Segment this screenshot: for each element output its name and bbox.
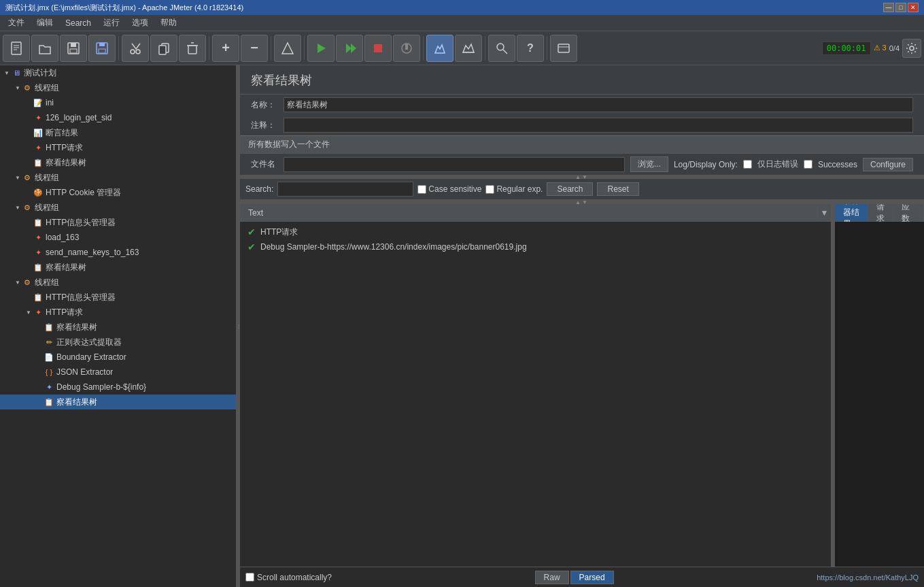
tree-item-header1[interactable]: 📋 HTTP信息头管理器 [0,215,236,230]
tab-sampler-result[interactable]: 取样器结果 [835,204,868,221]
file-input[interactable] [284,157,625,172]
tree-item-view4[interactable]: 📋 察看结果树 [0,395,236,409]
svg-rect-0 [12,42,21,54]
log-display-label: Log/Display Only: [674,160,738,169]
detail-content [835,222,924,567]
tree-item-load163[interactable]: ✦ load_163 [0,230,236,245]
tab-response-data[interactable]: 响应数据 [893,204,924,221]
tree-item-debugsampler[interactable]: ✦ Debug Sampler-b-${info} [0,380,236,395]
scroll-auto-section: Scroll automatically? [245,573,332,582]
menu-search[interactable]: Search [60,17,97,29]
threadgroup1-icon: ⚙ [22,82,33,93]
raw-tab-button[interactable]: Raw [535,571,569,584]
svg-marker-18 [318,44,326,53]
tree-item-regex[interactable]: ✏ 正则表达式提取器 [0,335,236,350]
reset-button[interactable]: Reset [597,182,638,196]
sendname-icon: ✦ [33,247,44,258]
stop-button[interactable] [364,35,392,62]
tree-item-sendname[interactable]: ✦ send_name_keys_to_163 [0,245,236,260]
maximize-button[interactable]: □ [895,3,906,12]
shutdown-button[interactable] [393,35,420,62]
search-toolbar-button[interactable] [488,35,515,62]
toolbar-separator-5 [423,36,424,60]
successes-checkbox[interactable] [804,160,812,169]
text-header: Text ▼ [240,204,831,222]
add-button[interactable]: + [212,35,239,62]
threadgroup3-icon: ⚙ [22,202,33,213]
tree-item-view1[interactable]: 📋 察看结果树 [0,155,236,170]
remote-start-button[interactable] [550,35,577,62]
parsed-tab-button[interactable]: Parsed [570,571,614,584]
remove-button[interactable]: − [241,35,268,62]
errors-only-label: 仅日志错误 [757,158,798,170]
tree-item-ini[interactable]: 📝 ini [0,95,236,110]
start-no-pauses-button[interactable] [336,35,363,62]
errors-only-checkbox[interactable] [743,160,752,169]
configure-button[interactable]: Configure [863,158,913,171]
scroll-auto-label: Scroll automatically? [257,573,332,582]
text-header-dropdown[interactable]: ▼ [817,204,831,222]
tree-item-httpreq4[interactable]: ▼ ✦ HTTP请求 [0,305,236,320]
tab-request[interactable]: 请求 [868,204,893,221]
save-button[interactable] [88,35,116,62]
detail-tabs: 取样器结果 请求 响应数据 [835,204,924,222]
menu-help[interactable]: 帮助 [155,16,182,30]
name-input[interactable] [284,97,913,112]
save-template-button[interactable] [60,35,87,62]
regex-checkbox[interactable] [485,185,494,194]
tree-item-view2[interactable]: 📋 察看结果树 [0,260,236,275]
case-sensitive-checkbox[interactable] [417,185,426,194]
json-icon: { } [44,367,54,378]
start-button[interactable] [307,35,335,62]
tree-item-threadgroup2[interactable]: ▼ ⚙ 线程组 [0,170,236,185]
tree-arrow-httpreq4[interactable]: ▼ [24,308,33,316]
tree-item-threadgroup4[interactable]: ▼ ⚙ 线程组 [0,275,236,290]
minimize-button[interactable]: — [883,3,894,12]
tree-item-httpreq1[interactable]: ✦ HTTP请求 [0,140,236,155]
tree-item-jsonextract[interactable]: { } JSON Extractor [0,365,236,380]
settings-button[interactable] [902,39,921,58]
section-header: 所有数据写入一个文件 [240,135,924,154]
file-label: 文件名 [251,158,278,170]
menu-file[interactable]: 文件 [3,16,30,30]
help-button[interactable]: ? [517,35,544,62]
copy-button[interactable] [150,35,177,62]
tree-arrow-threadgroup2[interactable]: ▼ [14,173,22,182]
clear-button[interactable] [426,35,454,62]
result-item-1[interactable]: ✔ HTTP请求 [243,224,828,239]
clear-all-button[interactable] [455,35,482,62]
tree-arrow-testplan[interactable]: ▼ [3,69,11,77]
tree-item-view3[interactable]: 📋 察看结果树 [0,320,236,335]
svg-rect-6 [70,49,77,53]
tree-item-threadgroup3[interactable]: ▼ ⚙ 线程组 [0,200,236,215]
delete-button[interactable] [179,35,206,62]
new-button[interactable] [3,35,30,62]
tree-item-testplan[interactable]: ▼ 🖥 测试计划 [0,65,236,80]
search-button[interactable]: Search [547,182,593,196]
tree-arrow-threadgroup1[interactable]: ▼ [14,84,22,92]
tree-arrow-threadgroup4[interactable]: ▼ [14,278,22,286]
close-button[interactable]: ✕ [908,3,919,12]
tree-item-threadgroup1[interactable]: ▼ ⚙ 线程组 [0,80,236,95]
tree-item-assert[interactable]: 📊 断言结果 [0,125,236,140]
toolbar-separator-7 [547,36,547,60]
menu-options[interactable]: 选项 [126,16,154,30]
menu-edit[interactable]: 编辑 [31,16,58,30]
tree-arrow-threadgroup3[interactable]: ▼ [14,203,22,212]
search-input[interactable] [277,182,413,197]
warn-icon: ⚠ 3 [874,44,887,52]
duplicate-button[interactable] [274,35,301,62]
ini-icon: 📝 [33,97,44,108]
tree-item-boundary[interactable]: 📄 Boundary Extractor [0,350,236,365]
browse-button[interactable]: 浏览... [630,156,668,172]
comment-input[interactable] [284,118,913,133]
result-item-2[interactable]: ✔ Debug Sampler-b-https://www.12306.cn/i… [243,239,828,254]
tree-item-header2[interactable]: 📋 HTTP信息头管理器 [0,290,236,305]
svg-point-11 [136,50,140,54]
scroll-auto-checkbox[interactable] [245,573,254,582]
open-button[interactable] [31,35,58,62]
cut-button[interactable] [122,35,149,62]
tree-item-login[interactable]: ✦ 126_login_get_sid [0,110,236,125]
tree-item-cookie[interactable]: 🍪 HTTP Cookie 管理器 [0,185,236,200]
menu-run[interactable]: 运行 [98,16,125,30]
